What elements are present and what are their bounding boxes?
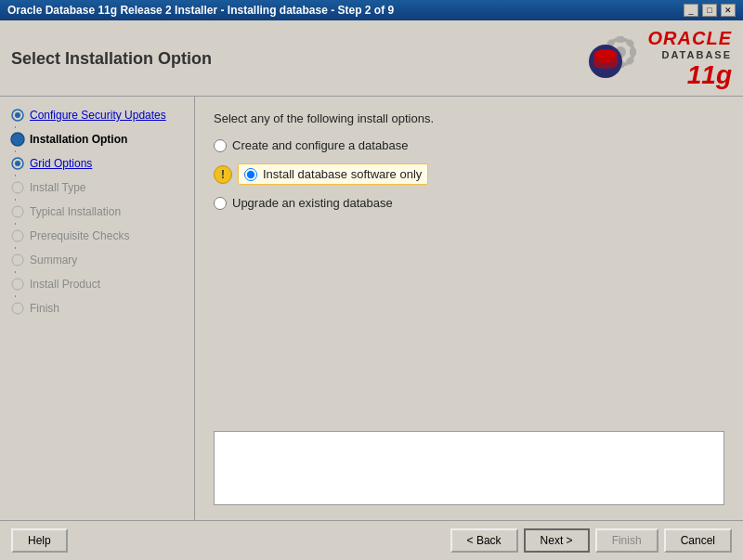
radio-install-software-only[interactable] xyxy=(244,168,257,181)
sidebar-label-configure: Configure Security Updates xyxy=(30,109,166,122)
title-bar: Oracle Database 11g Release 2 Installer … xyxy=(0,0,743,20)
help-button[interactable]: Help xyxy=(11,528,68,553)
footer-right: < Back Next > Finish Cancel xyxy=(450,528,732,553)
svg-point-16 xyxy=(11,133,24,146)
step-icon-installation xyxy=(9,131,26,148)
svg-point-24 xyxy=(12,303,23,314)
step-icon-prereq xyxy=(9,228,26,244)
label-install-software-only: Install database software only xyxy=(263,167,422,181)
option-create-configure[interactable]: Create and configure a database xyxy=(214,138,724,152)
step-icon-install-type xyxy=(9,179,26,196)
maximize-button[interactable]: □ xyxy=(702,4,717,17)
sidebar-item-install-product: Install Product xyxy=(0,273,194,295)
close-button[interactable]: ✕ xyxy=(721,4,736,17)
sidebar-item-typical-installation: Typical Installation xyxy=(0,201,194,223)
option-upgrade-existing[interactable]: Upgrade an existing database xyxy=(214,196,724,210)
sidebar-item-summary: Summary xyxy=(0,249,194,271)
svg-rect-2 xyxy=(617,36,624,43)
sidebar-label-summary: Summary xyxy=(30,254,77,267)
step-icon-configure xyxy=(9,107,26,124)
step-icon-grid xyxy=(9,155,26,172)
footer: Help < Back Next > Finish Cancel xyxy=(0,520,743,560)
oracle-brand-label: ORACLE xyxy=(648,28,732,49)
svg-point-18 xyxy=(15,161,20,166)
step-icon-typical xyxy=(9,203,26,220)
sidebar-item-install-type: Install Type xyxy=(0,176,194,199)
sidebar-item-grid-options[interactable]: Grid Options xyxy=(0,152,194,175)
sidebar-label-installation: Installation Option xyxy=(30,133,127,146)
svg-point-21 xyxy=(12,230,23,241)
step-icon-install-product xyxy=(9,276,26,293)
main-content-panel: Select any of the following install opti… xyxy=(195,97,743,520)
page-title: Select Installation Option xyxy=(11,49,212,69)
selected-option-box[interactable]: Install database software only xyxy=(238,163,428,185)
sidebar-label-finish: Finish xyxy=(30,302,59,315)
sidebar-label-install-type: Install Type xyxy=(30,181,85,194)
sidebar-label-prereq: Prerequisite Checks xyxy=(30,229,129,242)
label-create-configure: Create and configure a database xyxy=(232,138,408,152)
svg-point-23 xyxy=(12,279,23,290)
oracle-text: ORACLE DATABASE 11g xyxy=(648,28,732,90)
window-title: Oracle Database 11g Release 2 Installer … xyxy=(7,4,394,17)
content-area: Configure Security Updates Installation … xyxy=(0,97,743,520)
step-icon-summary xyxy=(9,252,26,268)
svg-rect-5 xyxy=(630,48,636,56)
label-upgrade-existing: Upgrade an existing database xyxy=(232,196,393,210)
radio-create-configure[interactable] xyxy=(214,139,227,152)
sidebar-label-install-product: Install Product xyxy=(30,278,100,291)
svg-point-15 xyxy=(15,112,20,118)
next-button[interactable]: Next > xyxy=(524,528,590,553)
minimize-button[interactable]: _ xyxy=(684,4,698,17)
svg-point-19 xyxy=(12,182,23,193)
sidebar-label-typical: Typical Installation xyxy=(30,205,121,218)
option-install-software-only[interactable]: ! Install database software only xyxy=(214,163,724,185)
step-icon-finish xyxy=(9,300,26,317)
warning-icon: ! xyxy=(214,165,232,184)
sidebar-item-installation-option[interactable]: Installation Option xyxy=(0,128,194,150)
window-controls: _ □ ✕ xyxy=(684,4,736,17)
svg-point-20 xyxy=(12,206,23,217)
sidebar-label-grid: Grid Options xyxy=(30,157,92,170)
sidebar-item-prerequisite-checks: Prerequisite Checks xyxy=(0,225,194,247)
sidebar-item-finish: Finish xyxy=(0,297,194,319)
gear-icon xyxy=(585,33,641,85)
back-button[interactable]: < Back xyxy=(450,528,518,553)
radio-upgrade-existing[interactable] xyxy=(214,197,227,210)
instruction-text: Select any of the following install opti… xyxy=(214,111,724,125)
cancel-button[interactable]: Cancel xyxy=(664,528,732,553)
main-window: Select Installation Option xyxy=(0,20,743,560)
oracle-version-label: 11g xyxy=(687,60,732,90)
finish-button[interactable]: Finish xyxy=(595,528,658,553)
svg-point-22 xyxy=(12,254,23,266)
sidebar: Configure Security Updates Installation … xyxy=(0,97,195,520)
description-box xyxy=(214,431,724,505)
oracle-product-label: DATABASE xyxy=(662,49,732,60)
oracle-logo: ORACLE DATABASE 11g xyxy=(585,28,732,90)
sidebar-item-configure-security-updates[interactable]: Configure Security Updates xyxy=(0,104,194,126)
header-area: Select Installation Option xyxy=(0,20,743,97)
